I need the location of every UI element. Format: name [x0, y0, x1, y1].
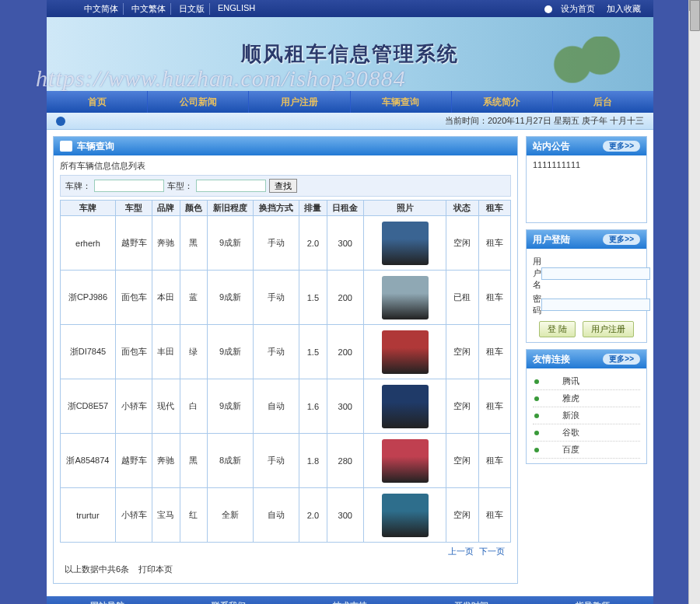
links-title: 友情连接: [533, 353, 570, 366]
password-label: 密码: [533, 293, 541, 316]
bullet-icon: [534, 396, 539, 401]
rent-action[interactable]: 租车: [478, 488, 510, 543]
friend-link[interactable]: 雅虎: [533, 390, 640, 407]
rent-action[interactable]: 租车: [478, 379, 510, 434]
login-more[interactable]: 更多>>: [603, 234, 640, 245]
table-cell: 空闲: [446, 216, 478, 271]
panel-title: 车辆查询: [77, 140, 114, 153]
car-list-panel: 车辆查询 所有车辆信息信息列表 车牌： 车型： 查找: [53, 136, 518, 584]
table-cell: 宝马: [152, 488, 180, 543]
car-photo[interactable]: [382, 222, 429, 265]
link-label: 谷歌: [562, 427, 579, 438]
password-input[interactable]: [541, 299, 650, 311]
pager-prev[interactable]: 上一页: [448, 546, 474, 556]
table-row: erherh越野车奔驰黑9成新手动2.0300空闲租车: [61, 216, 511, 271]
language-switch: 中文简体 中文繁体 日文版 ENGLISH: [79, 3, 260, 15]
botnav-sitemap[interactable]: 网站导航: [90, 600, 124, 605]
nav-register[interactable]: 用户注册: [248, 91, 349, 113]
table-cell: 空闲: [446, 488, 478, 543]
scrollbar[interactable]: [688, 0, 700, 604]
table-header: 新旧程度: [208, 201, 254, 216]
car-photo[interactable]: [382, 330, 429, 374]
table-cell: [363, 325, 446, 379]
search-type-input[interactable]: [196, 180, 266, 192]
lang-zh-tw[interactable]: 中文繁体: [127, 3, 171, 15]
table-cell: 手动: [254, 271, 299, 325]
search-bar: 车牌： 车型： 查找: [60, 175, 511, 197]
rent-action[interactable]: 租车: [478, 271, 510, 325]
table-cell: 现代: [152, 379, 180, 434]
table-cell: 浙DI7845: [61, 325, 116, 379]
links-more[interactable]: 更多>>: [603, 354, 640, 365]
table-cell: 9成新: [208, 325, 254, 379]
table-cell: 2.0: [299, 488, 327, 543]
rent-action[interactable]: 租车: [478, 325, 510, 379]
car-photo[interactable]: [382, 385, 429, 428]
table-cell: 红: [180, 488, 207, 543]
pager: 上一页 下一页: [60, 543, 511, 560]
table-cell: 9成新: [208, 216, 254, 271]
announce-more[interactable]: 更多>>: [603, 141, 640, 152]
table-row: 浙CPJ986面包车本田蓝9成新手动1.5200已租租车: [61, 271, 511, 325]
botnav-teacher[interactable]: 指导教师: [576, 600, 610, 605]
set-homepage-link[interactable]: 设为首页: [561, 4, 595, 13]
table-cell: 本田: [152, 271, 180, 325]
nav-news[interactable]: 公司新闻: [147, 91, 248, 113]
site-title: 顺风租车信息管理系统: [241, 40, 459, 68]
add-favorite-link[interactable]: 加入收藏: [607, 4, 641, 13]
search-button[interactable]: 查找: [269, 179, 297, 193]
print-page-link[interactable]: 打印本页: [138, 564, 173, 574]
table-cell: 200: [327, 271, 363, 325]
table-row: trurtur小轿车宝马红全新自动2.0300空闲租车: [61, 488, 511, 543]
car-photo[interactable]: [382, 439, 429, 483]
lang-en[interactable]: ENGLISH: [213, 3, 260, 15]
rent-action[interactable]: 租车: [478, 216, 510, 271]
friend-link[interactable]: 新浪: [533, 407, 640, 424]
car-photo[interactable]: [382, 276, 429, 319]
search-type-label: 车型：: [167, 180, 193, 192]
username-label: 用户名: [533, 256, 541, 291]
username-input[interactable]: [541, 267, 650, 280]
table-cell: 奔驰: [152, 434, 180, 488]
search-plate-input[interactable]: [94, 180, 164, 192]
lang-zh-cn[interactable]: 中文简体: [79, 3, 124, 15]
rent-action[interactable]: 租车: [478, 434, 510, 488]
scroll-thumb[interactable]: [690, 0, 700, 31]
table-cell: 200: [327, 325, 363, 379]
links-panel: 友情连接 更多>> 腾讯雅虎新浪谷歌百度: [526, 349, 647, 464]
login-button[interactable]: 登 陆: [539, 321, 576, 337]
friend-link[interactable]: 谷歌: [533, 424, 640, 442]
lang-jp[interactable]: 日文版: [174, 3, 210, 15]
table-cell: 空闲: [446, 434, 478, 488]
nav-admin[interactable]: 后台: [552, 91, 653, 113]
friend-link[interactable]: 腾讯: [533, 373, 640, 390]
table-row: 浙A854874越野车奔驰黑8成新手动1.8280空闲租车: [61, 434, 511, 488]
table-header: 状态: [446, 201, 478, 216]
table-cell: 面包车: [115, 271, 152, 325]
register-button[interactable]: 用户注册: [583, 321, 634, 337]
botnav-contact[interactable]: 联系我们: [212, 600, 246, 605]
table-cell: 手动: [254, 216, 299, 271]
pager-next[interactable]: 下一页: [479, 546, 505, 556]
nav-car-query[interactable]: 车辆查询: [350, 91, 451, 113]
main-nav: 首页 公司新闻 用户注册 车辆查询 系统简介 后台: [47, 91, 653, 113]
friend-link[interactable]: 百度: [533, 442, 640, 459]
table-cell: [363, 216, 446, 271]
topbar-right: 设为首页 加入收藏: [544, 3, 646, 15]
nav-home[interactable]: 首页: [47, 91, 147, 113]
panel-icon: [60, 141, 72, 152]
nav-intro[interactable]: 系统简介: [451, 91, 552, 113]
table-row: 浙CD8E57小轿车现代白9成新自动1.6300空闲租车: [61, 379, 511, 434]
table-footer: 以上数据中共6条 打印本页: [60, 560, 511, 578]
table-header: 颜色: [180, 201, 207, 216]
table-cell: 1.8: [299, 434, 327, 488]
table-cell: 已租: [446, 271, 478, 325]
botnav-time[interactable]: 开发时间: [454, 600, 488, 605]
panel-subtitle: 所有车辆信息信息列表: [60, 160, 511, 172]
botnav-tech[interactable]: 技术支持: [333, 600, 367, 605]
table-header: 品牌: [152, 201, 180, 216]
login-title: 用户登陆: [533, 233, 570, 246]
table-cell: 手动: [254, 325, 299, 379]
car-photo[interactable]: [382, 494, 429, 537]
table-cell: 奔驰: [152, 216, 180, 271]
